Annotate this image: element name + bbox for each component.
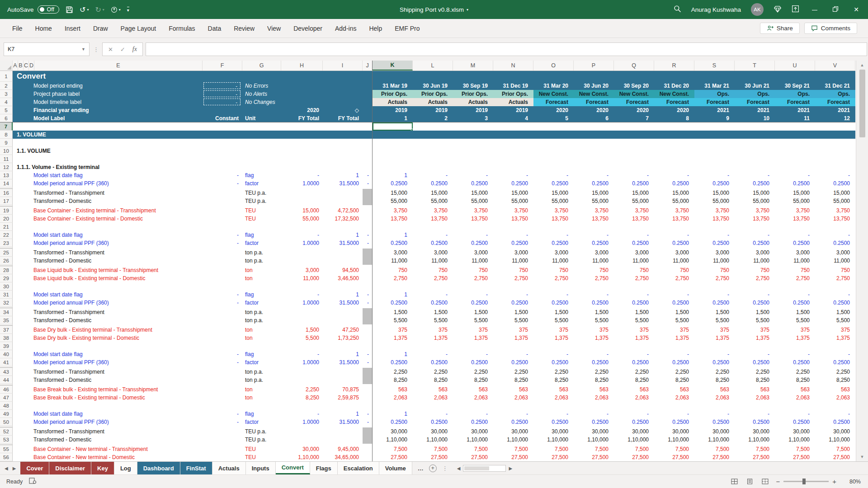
period-value-cell[interactable]: 1 xyxy=(373,350,413,358)
period-value-cell[interactable]: 2,063 xyxy=(775,394,815,402)
period-date-cell[interactable]: 30 Sep 21 xyxy=(775,82,815,90)
period-value-cell[interactable]: - xyxy=(735,350,775,358)
period-value-cell[interactable]: 11,000 xyxy=(694,257,735,265)
spacer-cell[interactable]: - xyxy=(363,358,373,366)
period-value-cell[interactable]: 27,500 xyxy=(654,453,694,461)
fy-total-cell[interactable]: 1.0000 xyxy=(281,418,323,426)
period-value-cell[interactable]: 0.2500 xyxy=(614,358,654,366)
period-value-cell[interactable] xyxy=(413,223,453,231)
spacer-cell[interactable] xyxy=(363,215,373,223)
fy-year-cell[interactable]: 2019 xyxy=(493,106,533,114)
fy-total-cell[interactable]: 11,000 xyxy=(281,274,323,282)
period-value-cell[interactable]: - xyxy=(775,410,815,418)
period-value-cell[interactable]: 30,000 xyxy=(775,427,815,436)
column-header-I[interactable]: I xyxy=(323,61,363,70)
constant-cell[interactable]: - xyxy=(203,418,242,426)
period-value-cell[interactable] xyxy=(413,139,453,147)
period-value-cell[interactable] xyxy=(815,402,855,410)
fy-total-cell[interactable] xyxy=(323,316,363,324)
period-value-cell[interactable]: 0.2500 xyxy=(775,358,815,366)
row-label-cell[interactable]: Transformed - Domestic xyxy=(13,197,203,205)
period-value-cell[interactable]: 7,500 xyxy=(694,445,735,453)
period-value-cell[interactable]: - xyxy=(574,410,614,418)
period-value-cell[interactable]: 7,500 xyxy=(413,445,453,453)
period-value-cell[interactable]: 0.2500 xyxy=(775,239,815,247)
period-value-cell[interactable]: 0.2500 xyxy=(413,239,453,247)
period-value-cell[interactable]: 30,000 xyxy=(493,427,533,436)
column-header-F[interactable]: F xyxy=(203,61,242,70)
period-value-cell[interactable]: 5,500 xyxy=(654,316,694,324)
period-value-cell[interactable]: 0.2500 xyxy=(373,418,413,426)
phase-cell[interactable]: New Const. xyxy=(654,90,694,98)
period-value-cell[interactable]: - xyxy=(815,231,855,239)
constant-cell[interactable]: - xyxy=(203,231,242,239)
period-value-cell[interactable]: 2,063 xyxy=(533,394,574,402)
period-value-cell[interactable]: 2,250 xyxy=(574,368,614,376)
period-value-cell[interactable] xyxy=(574,282,614,291)
period-value-cell[interactable]: 1,10,000 xyxy=(533,436,574,444)
period-value-cell[interactable]: 5,500 xyxy=(373,316,413,324)
period-value-cell[interactable]: 1,10,000 xyxy=(574,436,614,444)
row-header[interactable]: 2 xyxy=(0,82,13,90)
fy-total-cell[interactable] xyxy=(281,197,323,205)
sheet-tab-escalation[interactable]: Escalation xyxy=(338,462,379,474)
row-header[interactable]: 49 xyxy=(0,410,13,418)
period-value-cell[interactable]: 1,375 xyxy=(493,334,533,342)
period-value-cell[interactable]: 0.2500 xyxy=(493,179,533,188)
period-number-cell[interactable]: 3 xyxy=(453,114,493,122)
period-value-cell[interactable]: 30,000 xyxy=(413,427,453,436)
period-value-cell[interactable]: 3,000 xyxy=(694,249,735,257)
fy-total-cell[interactable]: 1 xyxy=(323,171,363,179)
column-header-Q[interactable]: Q xyxy=(614,61,654,70)
row-label-cell[interactable] xyxy=(13,139,203,147)
period-value-cell[interactable]: 5,500 xyxy=(453,316,493,324)
fy-total-cell[interactable]: 1,10,000 xyxy=(281,453,323,461)
period-value-cell[interactable]: - xyxy=(694,171,735,179)
column-header-N[interactable]: N xyxy=(493,61,533,70)
constant-cell[interactable]: - xyxy=(203,171,242,179)
period-value-cell[interactable]: - xyxy=(654,350,694,358)
period-value-cell[interactable] xyxy=(373,282,413,291)
period-value-cell[interactable]: 0.2500 xyxy=(493,239,533,247)
ribbon-tab-draw[interactable]: Draw xyxy=(87,22,114,35)
spacer-cell[interactable] xyxy=(363,189,373,197)
constant-cell[interactable] xyxy=(203,436,242,444)
period-value-cell[interactable]: 2,250 xyxy=(413,368,453,376)
period-number-cell[interactable]: 11 xyxy=(775,114,815,122)
period-value-cell[interactable]: 30,000 xyxy=(373,427,413,436)
period-value-cell[interactable]: 3,750 xyxy=(614,206,654,215)
row-header[interactable]: 13 xyxy=(0,171,13,179)
period-value-cell[interactable]: 5,500 xyxy=(413,316,453,324)
unit-cell[interactable]: ton xyxy=(242,394,281,402)
hscroll-right-icon[interactable]: ▶ xyxy=(509,466,512,471)
period-value-cell[interactable]: 2,750 xyxy=(493,274,533,282)
fy-total-cell[interactable]: 2,250 xyxy=(281,385,323,394)
autosave-toggle[interactable]: AutoSave Off xyxy=(7,5,59,14)
zoom-slider[interactable] xyxy=(783,481,829,482)
spacer-cell[interactable] xyxy=(363,385,373,394)
period-value-cell[interactable]: 0.2500 xyxy=(654,299,694,307)
period-value-cell[interactable]: 0.2500 xyxy=(453,418,493,426)
touch-mouse-mode-button[interactable]: ▾ xyxy=(111,6,121,13)
period-value-cell[interactable]: - xyxy=(413,410,453,418)
period-value-cell[interactable]: 563 xyxy=(493,385,533,394)
fy-total-cell[interactable] xyxy=(281,316,323,324)
grid-cell[interactable] xyxy=(203,163,855,171)
row-header[interactable]: 5 xyxy=(0,106,13,114)
fy-total-cell[interactable]: - xyxy=(281,231,323,239)
period-value-cell[interactable]: 750 xyxy=(413,266,453,274)
period-value-cell[interactable]: 7,500 xyxy=(654,445,694,453)
unit-cell[interactable]: factor xyxy=(242,358,281,366)
period-value-cell[interactable]: - xyxy=(574,291,614,299)
ribbon-tab-add-ins[interactable]: Add-ins xyxy=(329,22,362,35)
ribbon-tab-developer[interactable]: Developer xyxy=(288,22,328,35)
row-label-cell[interactable]: Base Break bulk - Existing terminal - Do… xyxy=(13,394,203,402)
period-number-cell[interactable]: 7 xyxy=(614,114,654,122)
period-value-cell[interactable] xyxy=(493,342,533,350)
period-value-cell[interactable]: 0.2500 xyxy=(493,358,533,366)
period-type-cell[interactable]: Forecast xyxy=(574,98,614,106)
ribbon-tab-data[interactable]: Data xyxy=(202,22,227,35)
period-value-cell[interactable]: 2,250 xyxy=(815,368,855,376)
fy-total-cell[interactable]: 17,32,500 xyxy=(323,215,363,223)
ribbon-tab-help[interactable]: Help xyxy=(363,22,388,35)
